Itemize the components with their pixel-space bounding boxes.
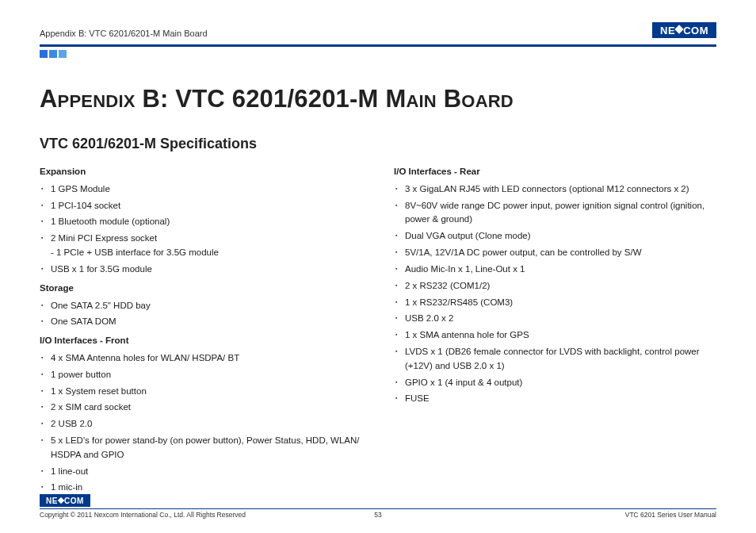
list-item: USB 2.0 x 2 [395, 312, 716, 326]
list-item: 1 x RS232/RS485 (COM3) [395, 296, 716, 310]
doc-name: VTC 6201 Series User Manual [625, 511, 716, 519]
logo-diamond-icon [58, 497, 64, 504]
list-item: 2 x RS232 (COM1/2) [395, 279, 716, 293]
logo-diamond-icon [674, 25, 683, 33]
logo-text-pre: NE [660, 25, 675, 36]
nexcom-logo: NE COM [652, 22, 716, 38]
page-title: Appendix B: VTC 6201/6201-M Main Board [40, 85, 716, 113]
list-item: 1 x System reset button [41, 385, 362, 399]
right-column: I/O Interfaces - Rear 3 x GigaLAN RJ45 w… [394, 160, 716, 498]
accent-square-icon [59, 50, 67, 58]
expansion-list: 1 GPS Module 1 PCI-104 socket 1 Bluetoot… [40, 182, 362, 277]
logo-text-post: COM [64, 497, 84, 505]
list-item: 5 x LED's for power stand-by (on power b… [41, 434, 362, 462]
list-item: GPIO x 1 (4 input & 4 output) [395, 376, 716, 390]
accent-square-icon [49, 50, 57, 58]
logo-text-post: COM [683, 25, 708, 36]
page-footer: NE COM Copyright © 2011 Nexcom Internati… [40, 493, 716, 520]
header-accent-squares [40, 50, 716, 58]
list-item: 1 line-out [41, 465, 362, 479]
list-item: 3 x GigaLAN RJ45 with LED connectors (op… [395, 182, 716, 197]
io-front-heading: I/O Interfaces - Front [40, 334, 362, 348]
list-item-subtext: - 1 PCIe + USB interface for 3.5G module [51, 246, 362, 260]
page-header: Appendix B: VTC 6201/6201-M Main Board N… [40, 22, 716, 43]
list-item: One SATA DOM [41, 315, 362, 329]
footer-divider [40, 508, 716, 509]
list-item: 4 x SMA Antenna holes for WLAN/ HSDPA/ B… [41, 351, 362, 366]
copyright-text: Copyright © 2011 Nexcom International Co… [40, 511, 246, 519]
list-item: 1 PCI-104 socket [41, 199, 362, 213]
list-item-text: 2 Mini PCI Express socket [51, 233, 157, 243]
breadcrumb: Appendix B: VTC 6201/6201-M Main Board [40, 29, 208, 38]
footer-logo: NE COM [40, 494, 90, 507]
list-item: 2 USB 2.0 [41, 417, 362, 431]
list-item: 1 Bluetooth module (optional) [41, 215, 362, 229]
list-item: USB x 1 for 3.5G module [41, 263, 362, 277]
storage-list: One SATA 2.5" HDD bay One SATA DOM [40, 299, 362, 330]
logo-text-pre: NE [46, 497, 58, 505]
expansion-heading: Expansion [40, 165, 362, 179]
list-item: Audio Mic-In x 1, Line-Out x 1 [395, 263, 716, 277]
left-column: Expansion 1 GPS Module 1 PCI-104 socket … [40, 160, 362, 498]
list-item: 1 power button [41, 368, 362, 382]
accent-square-icon [40, 50, 48, 58]
io-front-list: 4 x SMA Antenna holes for WLAN/ HSDPA/ B… [40, 351, 362, 495]
list-item: 1 GPS Module [41, 182, 362, 197]
section-heading: VTC 6201/6201-M Specifications [40, 136, 716, 152]
storage-heading: Storage [40, 282, 362, 296]
spec-columns: Expansion 1 GPS Module 1 PCI-104 socket … [40, 160, 716, 498]
list-item: 5V/1A, 12V/1A DC power output, can be co… [395, 246, 716, 260]
list-item: LVDS x 1 (DB26 female connector for LVDS… [395, 345, 716, 374]
io-rear-heading: I/O Interfaces - Rear [394, 165, 716, 179]
page-number: 53 [374, 511, 381, 519]
list-item: 2 Mini PCI Express socket - 1 PCIe + USB… [41, 232, 362, 260]
list-item: 8V~60V wide range DC power input, power … [395, 199, 716, 228]
io-rear-list: 3 x GigaLAN RJ45 with LED connectors (op… [394, 182, 716, 406]
header-divider [40, 44, 716, 47]
list-item: One SATA 2.5" HDD bay [41, 299, 362, 313]
list-item: Dual VGA output (Clone mode) [395, 229, 716, 243]
list-item: 1 x SMA antenna hole for GPS [395, 328, 716, 343]
list-item: 2 x SIM card socket [41, 401, 362, 415]
list-item: FUSE [395, 392, 716, 406]
footer-row: Copyright © 2011 Nexcom International Co… [40, 511, 716, 519]
